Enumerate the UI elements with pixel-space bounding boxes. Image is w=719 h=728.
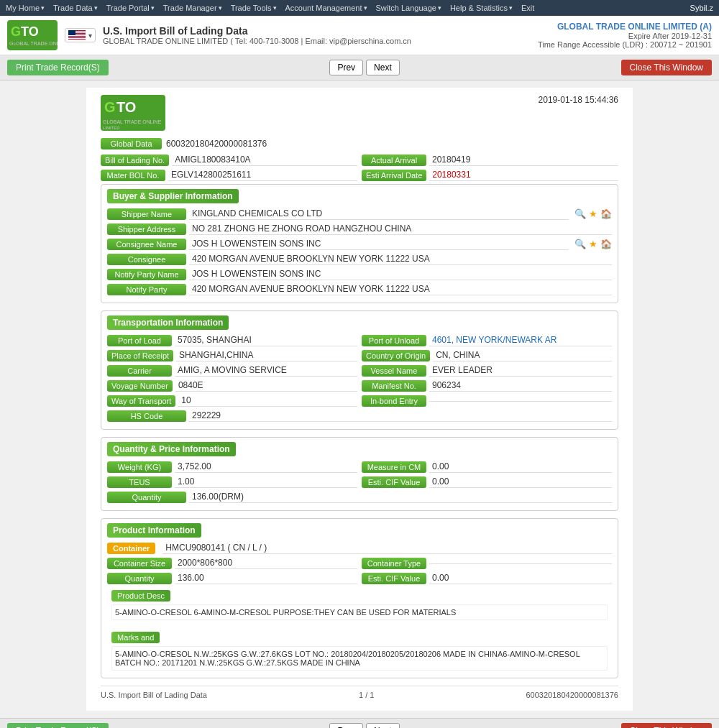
vessel-name-label: Vessel Name [362, 365, 426, 377]
consignee-row: Consignee 420 MORGAN AVENUE BROOKLYN NEW… [107, 253, 612, 265]
voyage-manifest-row: Voyage Number 0840E Manifest No. 906234 [107, 379, 612, 392]
port-load-label: Port of Load [107, 335, 172, 346]
header-contact: GLOBAL TRADE ONLINE LIMITED ( Tel: 400-7… [103, 37, 411, 45]
next-button-bottom[interactable]: Next [366, 723, 400, 728]
shipper-name-label: Shipper Name [107, 208, 186, 220]
voyage-value: 0840E [175, 379, 357, 392]
weight-value: 3,752.00 [175, 461, 357, 473]
mater-bol-col: Mater BOL No. EGLV142800251611 [101, 169, 357, 181]
marks-title: Marks and [111, 632, 160, 643]
prev-button-bottom[interactable]: Prev [329, 723, 363, 728]
manifest-value: 906234 [429, 379, 612, 392]
quantity-value: 136.00(DRM) [189, 491, 612, 503]
shipper-address-row: Shipper Address NO 281 ZHONG HE ZHONG RO… [107, 223, 612, 235]
consignee-star-icon[interactable]: ★ [589, 239, 597, 249]
product-qty-col: Quantity 136.00 [107, 572, 357, 584]
document-content: G TO GLOBAL TRADE ONLINE LIMITED 2019-01… [86, 88, 633, 711]
close-button-top[interactable]: Close This Window [621, 60, 712, 75]
svg-text:TO: TO [116, 99, 136, 115]
teus-col: TEUS 1.00 [107, 476, 357, 488]
nav-switchlanguage[interactable]: Switch Language ▾ [376, 4, 441, 12]
port-unload-col: Port of Unload 4601, NEW YORK/NEWARK AR [362, 334, 612, 346]
container-size-label: Container Size [107, 558, 172, 569]
esti-cif-value: 0.00 [429, 476, 612, 488]
nav-tradetools[interactable]: Trade Tools ▾ [231, 4, 277, 12]
container-type-label: Container Type [362, 558, 426, 569]
product-qty-cif-row: Quantity 136.00 Esti. CIF Value 0.00 [107, 572, 612, 584]
notify-party-name-value: JOS H LOWENSTEIN SONS INC [189, 268, 612, 280]
transport-inbond-row: Way of Transport 10 In-bond Entry [107, 395, 612, 407]
marks-area: Marks and 5-AMINO-O-CRESOL N.W.:25KGS G.… [107, 626, 612, 673]
print-button-top[interactable]: Print Trade Record(S) [7, 60, 109, 75]
teus-value: 1.00 [175, 476, 357, 488]
vessel-name-value: EVER LEADER [429, 364, 612, 377]
notify-party-name-label: Notify Party Name [107, 269, 186, 280]
place-receipt-value: SHANGHAI,CHINA [176, 349, 357, 361]
nav-myhome[interactable]: My Home ▾ [6, 4, 45, 12]
nav-tradeportal[interactable]: Trade Portal ▾ [106, 4, 155, 12]
marks-text: 5-AMINO-O-CRESOL N.W.:25KGS G.W.:27.6KGS… [111, 646, 608, 671]
measure-col: Measure in CM 0.00 [362, 461, 612, 473]
notify-party-label: Notify Party [107, 284, 186, 295]
global-data-label: Global Data [101, 138, 162, 149]
notify-party-row: Notify Party 420 MORGAN AVENUE BROOKLYN … [107, 283, 612, 295]
nav-accountmanagement[interactable]: Account Management ▾ [285, 4, 367, 12]
place-receipt-col: Place of Receipt SHANGHAI,CHINA [107, 349, 357, 361]
nav-tradedata[interactable]: Trade Data ▾ [53, 4, 98, 12]
measure-label: Measure in CM [362, 461, 426, 473]
product-desc-title: Product Desc [111, 590, 170, 602]
close-button-bottom[interactable]: Close This Window [621, 723, 712, 728]
svg-text:GLOBAL TRADE ONLINE: GLOBAL TRADE ONLINE [9, 41, 58, 46]
bol-col: Bill of Lading No. AMIGL180083410A [101, 154, 357, 166]
consignee-search-icon[interactable]: 🔍 [574, 239, 586, 249]
mater-bol-value: EGLV142800251611 [168, 169, 357, 181]
voyage-col: Voyage Number 0840E [107, 379, 357, 392]
mater-bol-row: Mater BOL No. EGLV142800251611 Esti Arri… [101, 169, 618, 181]
port-unload-value: 4601, NEW YORK/NEWARK AR [429, 334, 612, 346]
star-icon[interactable]: ★ [589, 208, 597, 219]
svg-text:G: G [104, 99, 116, 115]
country-flag-area[interactable]: ▾ [65, 28, 96, 42]
container-size-value: 2000*806*800 [175, 557, 357, 569]
teus-cif-row: TEUS 1.00 Esti. CIF Value 0.00 [107, 476, 612, 488]
port-unload-label: Port of Unload [362, 335, 426, 346]
consignee-name-row: Consignee Name JOS H LOWENSTEIN SONS INC… [107, 238, 612, 250]
consignee-icons: 🔍 ★ 🏠 [574, 239, 612, 249]
print-button-bottom[interactable]: Print Trade Record(S) [7, 723, 109, 728]
header-right: GLOBAL TRADE ONLINE LIMITED (A) Expire A… [538, 22, 712, 49]
doc-logo: G TO GLOBAL TRADE ONLINE LIMITED [101, 95, 165, 131]
doc-header: G TO GLOBAL TRADE ONLINE LIMITED 2019-01… [101, 95, 618, 131]
weight-label: Weight (KG) [107, 461, 172, 473]
top-navigation: My Home ▾ Trade Data ▾ Trade Portal ▾ Tr… [0, 0, 719, 16]
next-button-top[interactable]: Next [366, 60, 400, 75]
logo-svg: G TO GLOBAL TRADE ONLINE [7, 20, 58, 50]
consignee-home-icon[interactable]: 🏠 [600, 239, 612, 249]
nav-exit[interactable]: Exit [521, 4, 534, 12]
carrier-value: AMIG, A MOVING SERVICE [175, 364, 357, 377]
doc-footer-page: 1 / 1 [359, 691, 374, 699]
nav-trademanager[interactable]: Trade Manager ▾ [163, 4, 222, 12]
toolbar-right: Close This Window [621, 60, 712, 75]
bottom-toolbar-left: Print Trade Record(S) [7, 723, 109, 728]
product-cif-value: 0.00 [429, 572, 612, 584]
prev-button-top[interactable]: Prev [329, 60, 363, 75]
port-load-col: Port of Load 57035, SHANGHAI [107, 334, 357, 346]
port-row: Port of Load 57035, SHANGHAI Port of Unl… [107, 334, 612, 346]
esti-cif-col: Esti. CIF Value 0.00 [362, 476, 612, 488]
home-icon[interactable]: 🏠 [600, 208, 612, 219]
nav-right: Sybil.z [690, 4, 713, 12]
product-cif-col: Esti. CIF Value 0.00 [362, 572, 612, 584]
doc-footer-label: U.S. Import Bill of Lading Data [101, 691, 207, 699]
bol-value: AMIGL180083410A [172, 154, 357, 166]
search-icon[interactable]: 🔍 [574, 208, 586, 219]
transportation-title: Transportation Information [107, 315, 229, 330]
svg-text:TO: TO [21, 24, 39, 39]
bottom-toolbar-center: Prev Next [329, 723, 399, 728]
actual-arrival-label: Actual Arrival [362, 155, 426, 166]
teus-label: TEUS [107, 476, 172, 488]
manifest-col: Manifest No. 906234 [362, 379, 612, 392]
country-origin-value: CN, CHINA [433, 349, 612, 361]
svg-text:G: G [11, 24, 21, 39]
nav-helpstatistics[interactable]: Help & Statistics ▾ [450, 4, 513, 12]
product-desc-text: 5-AMINO-O-CRESOL 6-AMINO-M-CRESOL PURPOS… [111, 604, 608, 620]
